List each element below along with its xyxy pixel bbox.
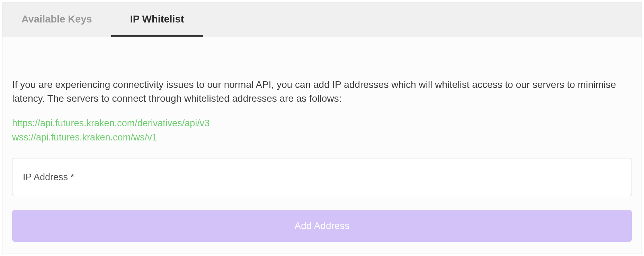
whitelist-description: If you are experiencing connectivity iss…: [12, 78, 632, 106]
tab-content: If you are experiencing connectivity iss…: [2, 37, 642, 254]
api-http-link[interactable]: https://api.futures.kraken.com/derivativ…: [12, 116, 632, 130]
tab-available-keys[interactable]: Available Keys: [2, 3, 111, 37]
api-ws-link[interactable]: wss://api.futures.kraken.com/ws/v1: [12, 130, 632, 145]
add-address-button[interactable]: Add Address: [12, 210, 632, 242]
tab-ip-whitelist[interactable]: IP Whitelist: [111, 3, 203, 37]
ip-input-wrap: [12, 158, 632, 196]
ip-address-input[interactable]: [12, 158, 632, 196]
add-address-button-label: Add Address: [295, 220, 350, 231]
api-settings-panel: Available Keys IP Whitelist If you are e…: [2, 2, 642, 254]
server-links: https://api.futures.kraken.com/derivativ…: [12, 116, 632, 144]
tab-ip-whitelist-label: IP Whitelist: [130, 13, 184, 25]
tabs-bar: Available Keys IP Whitelist: [2, 2, 642, 37]
tab-available-keys-label: Available Keys: [21, 13, 92, 25]
